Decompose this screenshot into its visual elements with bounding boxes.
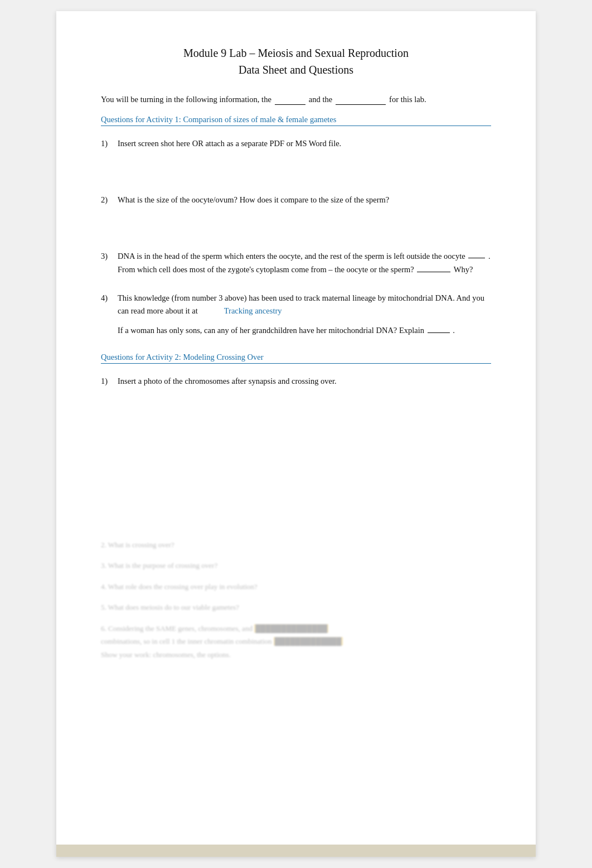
question-4: 4) This knowledge (from number 3 above) … — [101, 292, 491, 337]
a2q1-text: Insert a photo of the chromosomes after … — [118, 377, 337, 385]
activity2-q1: 1) Insert a photo of the chromosomes aft… — [101, 375, 491, 395]
q3-text-part1: DNA is in the head of the sperm which en… — [118, 252, 491, 273]
blurred-item-5: 6. Considering the SAME genes, chromosom… — [101, 623, 491, 660]
blurred-item-4: 5. What does meiosis do to our viable ga… — [101, 602, 491, 613]
intro-before: You will be turning in the following inf… — [101, 95, 271, 104]
title-line1: Module 9 Lab – Meiosis and Sexual Reprod… — [183, 47, 409, 59]
screenshots-box — [336, 95, 386, 105]
q2-text: What is the size of the oocyte/ovum? How… — [118, 195, 389, 204]
question-2: 2) What is the size of the oocyte/ovum? … — [101, 194, 491, 234]
question-1: 1) Insert screen shot here OR attach as … — [101, 137, 491, 178]
q3-blank2 — [417, 263, 450, 272]
q1-text: Insert screen shot here OR attach as a s… — [118, 139, 341, 148]
q1-number: 1) — [101, 137, 108, 150]
q3-blank1 — [468, 250, 485, 258]
activity2-questions: 1) Insert a photo of the chromosomes aft… — [101, 375, 491, 395]
q4-text: This knowledge (from number 3 above) has… — [118, 293, 484, 315]
title-line2: Data Sheet and Questions — [239, 64, 353, 76]
intro-line: You will be turning in the following inf… — [101, 95, 491, 105]
q4-blank — [428, 324, 450, 333]
a2q1-number: 1) — [101, 375, 108, 388]
intro-after: for this lab. — [389, 95, 426, 104]
photo-area — [118, 393, 491, 396]
photo-insert-space — [101, 411, 491, 523]
q1-answer-area — [118, 156, 491, 178]
document-page: Module 9 Lab – Meiosis and Sexual Reprod… — [56, 11, 536, 857]
graphs-box — [275, 95, 305, 105]
activity2-heading: Questions for Activity 2: Modeling Cross… — [101, 353, 491, 364]
q3-number: 3) — [101, 250, 108, 263]
activity1-heading: Questions for Activity 1: Comparison of … — [101, 115, 491, 126]
blurred-item-2: 3. What is the purpose of crossing over? — [101, 560, 491, 571]
question-3: 3) DNA is in the head of the sperm which… — [101, 250, 491, 276]
q4-text2: If a woman has only sons, can any of her… — [118, 324, 491, 337]
blurred-item-3: 4. What role does the crossing over play… — [101, 581, 491, 592]
q4-number: 4) — [101, 292, 108, 305]
tracking-ancestry-link[interactable]: Tracking ancestry — [224, 306, 282, 315]
blurred-highlight-2: █████████████ — [274, 637, 343, 645]
blurred-content: 2. What is crossing over? 3. What is the… — [101, 539, 491, 660]
page-title: Module 9 Lab – Meiosis and Sexual Reprod… — [101, 45, 491, 78]
intro-and-the: and the — [309, 95, 332, 104]
blurred-highlight-1: ██████████████ — [254, 624, 328, 633]
blurred-item-1: 2. What is crossing over? — [101, 539, 491, 551]
activity1-questions: 1) Insert screen shot here OR attach as … — [101, 137, 491, 337]
q2-number: 2) — [101, 194, 108, 206]
q2-answer-area — [118, 212, 491, 234]
bottom-toolbar — [56, 845, 536, 857]
